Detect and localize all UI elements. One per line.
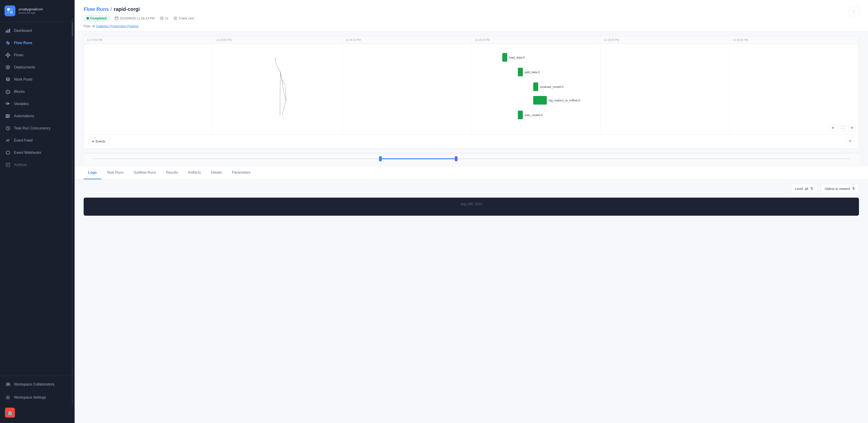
timeline-controls: ⊕ ⛶ ⚙ xyxy=(829,124,856,131)
meta-task-runs: 5 task runs xyxy=(174,17,194,20)
tick-1: 11:18:00 PM xyxy=(213,36,342,44)
svg-point-16 xyxy=(6,65,10,69)
sidebar-header: ymattygmailcom zoom-ml-ops xyxy=(0,0,74,22)
sidebar-item-event-feed[interactable]: Event Feed xyxy=(0,134,74,147)
status-badge: Completed xyxy=(84,15,110,21)
svg-line-37 xyxy=(93,26,94,26)
svg-point-13 xyxy=(7,56,8,57)
settings-icon xyxy=(5,395,11,400)
events-label: Events xyxy=(96,139,105,143)
tab-parameters[interactable]: Parameters xyxy=(227,166,255,179)
grid-line-2 xyxy=(342,44,471,134)
sidebar-item-work-pools[interactable]: Work Pools xyxy=(0,73,74,86)
tick-2: 11:18:10 PM xyxy=(342,36,471,44)
grid-line-5 xyxy=(730,44,859,134)
breadcrumb-flow-runs-link[interactable]: Flow Runs xyxy=(84,6,109,12)
task-icon xyxy=(174,17,177,20)
svg-point-17 xyxy=(7,67,8,68)
svg-rect-30 xyxy=(115,17,118,20)
tabs-container: Logs Task Runs Subflow Runs Results Arti… xyxy=(74,166,868,180)
level-select[interactable]: Level: all ⇅ xyxy=(791,184,817,193)
svg-rect-3 xyxy=(10,11,13,13)
sidebar-item-label: Event Webhooks xyxy=(14,151,41,155)
sort-select[interactable]: Oldest to newest ⇅ xyxy=(821,184,859,193)
task-node-split-data[interactable]: split_data-0 xyxy=(518,68,540,76)
calendar-icon xyxy=(115,17,119,20)
settings-timeline-button[interactable]: ⚙ xyxy=(848,124,856,131)
flow-name-link[interactable]: Diabetes Progression Pipeline xyxy=(96,24,139,28)
svg-point-8 xyxy=(6,42,7,43)
meta-timestamp: 2023/08/20 11:18:13 PM xyxy=(115,17,154,20)
chevron-down-icon: ▾ xyxy=(92,139,94,143)
blocks-icon xyxy=(5,89,11,95)
tab-logs[interactable]: Logs xyxy=(84,166,101,179)
bar-chart-icon xyxy=(5,28,11,34)
task-label-load-data: load_data-0 xyxy=(509,56,525,59)
flows-icon xyxy=(5,52,11,58)
sidebar-scrollbar[interactable] xyxy=(72,18,73,405)
sidebar-item-flow-runs[interactable]: Flow Runs xyxy=(0,37,74,49)
task-node-evaluate-model[interactable]: evaluate_model-0 xyxy=(533,83,563,91)
task-node-train-model[interactable]: train_model-0 xyxy=(518,111,543,119)
sidebar-item-task-run-concurrency[interactable]: Task Run Concurrency xyxy=(0,122,74,134)
svg-rect-4 xyxy=(6,31,7,33)
sidebar-item-dashboard[interactable]: Dashboard xyxy=(0,25,74,37)
timeline-body: load_data-0 split_data-0 evaluate_model-… xyxy=(84,44,859,134)
svg-point-36 xyxy=(94,26,94,27)
app-logo xyxy=(4,5,16,16)
svg-rect-19 xyxy=(6,103,8,104)
grid-line-4 xyxy=(600,44,730,134)
connection-lines xyxy=(84,44,859,134)
sidebar-bottom: Workspace Collaborators Workspace Settin… xyxy=(0,376,74,423)
tab-subflow-runs[interactable]: Subflow Runs xyxy=(129,166,160,179)
svg-point-35 xyxy=(94,25,94,26)
workspace-info: ymattygmailcom zoom-ml-ops xyxy=(19,7,43,14)
sidebar-item-variables[interactable]: Variables xyxy=(0,98,74,110)
svg-rect-1 xyxy=(10,8,13,11)
svg-point-29 xyxy=(7,397,8,398)
svg-point-9 xyxy=(9,42,10,43)
crosshair-button[interactable]: ⊕ xyxy=(829,124,837,131)
tab-results[interactable]: Results xyxy=(161,166,182,179)
event-feed-icon xyxy=(5,137,11,143)
svg-point-11 xyxy=(7,53,8,54)
svg-rect-5 xyxy=(7,30,8,33)
flow-runs-icon xyxy=(5,40,11,46)
tab-task-runs[interactable]: Task Runs xyxy=(102,166,128,179)
sidebar-item-label: Task Run Concurrency xyxy=(14,126,51,130)
sidebar-item-artifacts[interactable]: Artifacts xyxy=(0,159,74,171)
tab-artifacts[interactable]: Artifacts xyxy=(183,166,206,179)
more-options-button[interactable]: ⋮ xyxy=(849,6,859,16)
events-filter-button[interactable] xyxy=(846,137,854,145)
sidebar-item-workspace-collaborators[interactable]: Workspace Collaborators xyxy=(0,378,74,391)
sidebar-item-deployments[interactable]: Deployments xyxy=(0,61,74,73)
event-webhooks-icon xyxy=(5,150,11,156)
page-header: Flow Runs / rapid-corgi Completed 2023/0… xyxy=(74,0,868,31)
sidebar-item-workspace-settings[interactable]: Workspace Settings xyxy=(0,391,74,404)
scrubber-handle-left[interactable] xyxy=(379,156,382,161)
scrubber-track[interactable] xyxy=(93,158,850,159)
breadcrumb: Flow Runs / rapid-corgi xyxy=(84,6,859,12)
tab-details[interactable]: Details xyxy=(206,166,226,179)
sidebar-item-label: Blocks xyxy=(14,90,25,94)
fullscreen-button[interactable]: ⛶ xyxy=(839,124,846,131)
task-node-load-data[interactable]: load_data-0 xyxy=(502,53,525,62)
sidebar-item-automations[interactable]: Automations xyxy=(0,110,74,122)
user-avatar-item[interactable]: 🤖 xyxy=(0,404,74,421)
svg-rect-20 xyxy=(6,115,7,116)
sidebar: ymattygmailcom zoom-ml-ops Dashboard xyxy=(0,0,74,423)
sidebar-item-flows[interactable]: Flows xyxy=(0,49,74,61)
sidebar-item-event-webhooks[interactable]: Event Webhooks xyxy=(0,147,74,159)
task-node-log-metrics[interactable]: log_metrics_to_mlflow-0 xyxy=(533,96,580,104)
events-bar: ▾ Events xyxy=(84,134,859,148)
status-label: Completed xyxy=(90,17,106,20)
events-toggle-button[interactable]: ▾ Events xyxy=(88,137,109,145)
collaborators-icon xyxy=(5,382,11,387)
tick-0: 11:17:50 PM xyxy=(84,36,213,44)
flow-link-row: Flow Diabetes Progression Pipeline xyxy=(84,24,859,28)
chevron-updown-icon-2: ⇅ xyxy=(852,187,855,191)
sidebar-item-blocks[interactable]: Blocks xyxy=(0,86,74,98)
tick-5: 11:18:40 PM xyxy=(730,36,859,44)
artifacts-icon xyxy=(5,162,11,168)
scrubber-handle-right[interactable] xyxy=(455,156,458,161)
